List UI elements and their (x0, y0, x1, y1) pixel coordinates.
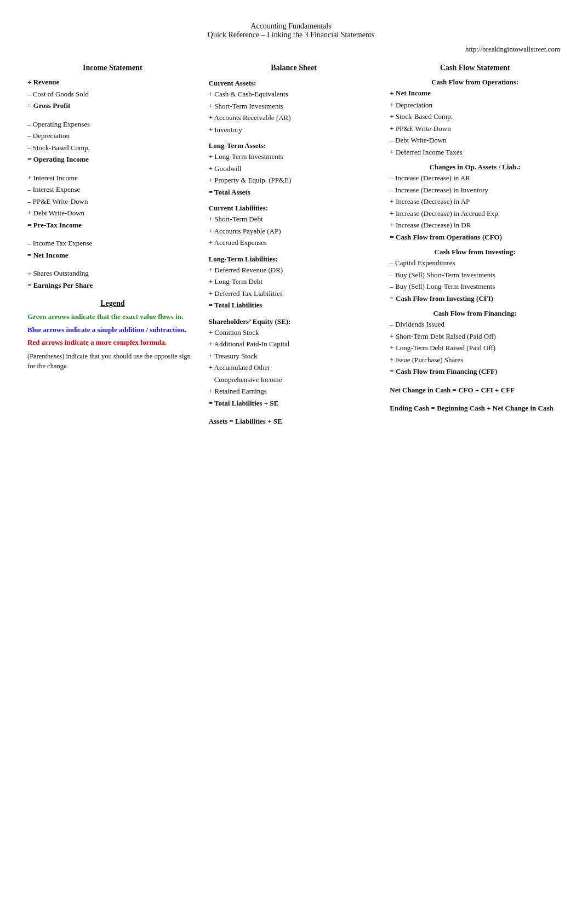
income-line-11: + Debt Write-Down (27, 208, 198, 219)
cf-line-7: – Increase (Decrease) in AR (390, 173, 560, 184)
changes-header: Changes in Op. Assets / Liab.: (390, 163, 560, 172)
income-line-12: = Pre-Tax Income (27, 220, 198, 231)
bs-line-14: + Deferred Tax Liabilities (209, 288, 379, 299)
income-line-4: – Operating Expenses (27, 119, 198, 130)
legend-section: Legend Green arrows indicate that the ex… (27, 299, 198, 372)
bs-line-3: + Accounts Receivable (AR) (209, 112, 379, 123)
legend-green: Green arrows indicate that the exact val… (27, 311, 198, 322)
income-line-6: – Stock-Based Comp. (27, 142, 198, 153)
cf-line-15: – Buy (Sell) Long-Term Investments (390, 281, 560, 292)
bs-line-11: + Accrued Expenses (209, 237, 379, 248)
cf-line-13: – Capital Expenditures (390, 258, 560, 269)
cf-line-10: + Increase (Decrease) in Accrued Exp. (390, 208, 560, 219)
balance-sheet-col: Balance Sheet Current Assets: + Cash & C… (203, 64, 385, 428)
bs-line-5: + Long-Term Investments (209, 151, 379, 162)
income-statement-col: Income Statement + Revenue – Cost of Goo… (16, 64, 203, 372)
income-line-9: – Interest Expense (27, 184, 198, 195)
cf-line-20: + Issue (Purchase) Shares (390, 355, 560, 366)
income-line-15: ÷ Shares Outstanding (27, 268, 198, 279)
cf-line-11: + Increase (Decrease) in DR (390, 220, 560, 231)
cf-line-18: + Short-Term Debt Raised (Paid Off) (390, 331, 560, 342)
balance-longterm-assets-header: Long-Term Assets: (209, 141, 379, 150)
bs-line-4: + Inventory (209, 124, 379, 135)
bs-line-9: + Short-Term Debt (209, 214, 379, 225)
income-line-14: = Net Income (27, 250, 198, 261)
cf-line-5: – Debt Write-Down (390, 135, 560, 146)
cfo-header: Cash Flow from Operations: (390, 78, 560, 87)
bs-line-16: + Common Stock (209, 327, 379, 338)
income-col-header: Income Statement (27, 64, 198, 72)
bs-line-10: + Accounts Payable (AP) (209, 226, 379, 237)
bs-line-1: + Cash & Cash-Equivalents (209, 89, 379, 100)
bs-line-13: + Long-Term Debt (209, 276, 379, 287)
cf-line-2: + Depreciation (390, 100, 560, 111)
cashflow-col: Cash Flow Statement Cash Flow from Opera… (384, 64, 566, 415)
balance-equity-header: Shareholders’ Equity (SE): (209, 317, 379, 326)
income-line-1: + Revenue (27, 77, 198, 88)
bs-line-19b: Comprehensive Income (209, 374, 379, 385)
cff-header: Cash Flow from Financing: (390, 309, 560, 318)
bs-line-7: + Property & Equip. (PP&E) (209, 175, 379, 186)
bs-line-12: + Deferred Revenue (DR) (209, 265, 379, 276)
bs-line-2: + Short-Term Investments (209, 101, 379, 112)
balance-current-assets-header: Current Assets: (209, 79, 379, 88)
income-line-5: – Depreciation (27, 130, 198, 141)
bs-line-21: = Total Liabilities + SE (209, 398, 379, 409)
bs-line-8: = Total Assets (209, 187, 379, 198)
bs-line-15: = Total Liabilities (209, 300, 379, 311)
cf-line-4: + PP&E Write-Down (390, 123, 560, 134)
income-line-3: = Gross Profit (27, 100, 198, 111)
income-line-16: = Earnings Per Share (27, 280, 198, 291)
cfi-header: Cash Flow from Investing: (390, 248, 560, 256)
legend-red: Red arrows indicate a more complex formu… (27, 337, 198, 348)
cf-line-16: = Cash Flow from Investing (CFI) (390, 293, 560, 304)
url-line: http://breakingintowallstreet.com (16, 45, 566, 54)
cf-line-12: = Cash Flow from Operations (CFO) (390, 232, 560, 243)
income-line-10: – PP&E Write-Down (27, 196, 198, 207)
page-header: Accounting Fundamentals Quick Reference … (16, 22, 566, 39)
cf-line-19: + Long-Term Debt Raised (Paid Off) (390, 343, 560, 353)
legend-title: Legend (27, 299, 198, 308)
cashflow-col-header: Cash Flow Statement (390, 64, 560, 72)
balance-longterm-liab-header: Long-Term Liabilities: (209, 255, 379, 264)
legend-note: (Parentheses) indicate that you should u… (27, 351, 198, 372)
ending-cash-line: Ending Cash = Beginning Cash + Net Chang… (390, 403, 560, 414)
cf-line-1: + Net Income (390, 88, 560, 99)
cf-line-8: – Increase (Decrease) in Inventory (390, 185, 560, 196)
balance-col-header: Balance Sheet (209, 64, 379, 72)
page-subtitle: Quick Reference – Linking the 3 Financia… (16, 31, 566, 39)
balance-current-liab-header: Current Liabilities: (209, 204, 379, 213)
cf-line-9: + Increase (Decrease) in AP (390, 196, 560, 207)
income-line-8: + Interest Income (27, 173, 198, 184)
bs-line-18: + Treasury Stock (209, 351, 379, 362)
page-title: Accounting Fundamentals (16, 22, 566, 31)
main-content: Income Statement + Revenue – Cost of Goo… (16, 64, 566, 428)
bs-line-19: + Accumulated Other (209, 362, 379, 373)
cf-line-3: + Stock-Based Comp. (390, 111, 560, 122)
legend-blue: Blue arrows indicate a simple addition /… (27, 324, 198, 335)
income-line-7: = Operating Income (27, 154, 198, 165)
bs-equation: Assets = Liabilities + SE (209, 416, 379, 427)
cf-line-14: – Buy (Sell) Short-Term Investments (390, 270, 560, 281)
income-line-2: – Cost of Goods Sold (27, 89, 198, 100)
bs-line-17: + Additional Paid-In Capital (209, 339, 379, 350)
cf-line-21: = Cash Flow from Financing (CFF) (390, 366, 560, 377)
cf-line-6: + Deferred Income Taxes (390, 147, 560, 158)
bs-line-6: + Goodwill (209, 163, 379, 174)
cf-line-17: – Dividends Issued (390, 319, 560, 330)
bs-line-20: + Retained Earnings (209, 386, 379, 397)
income-line-13: – Income Tax Expense (27, 238, 198, 249)
net-change-line: Net Change in Cash = CFO + CFI + CFF (390, 385, 560, 396)
